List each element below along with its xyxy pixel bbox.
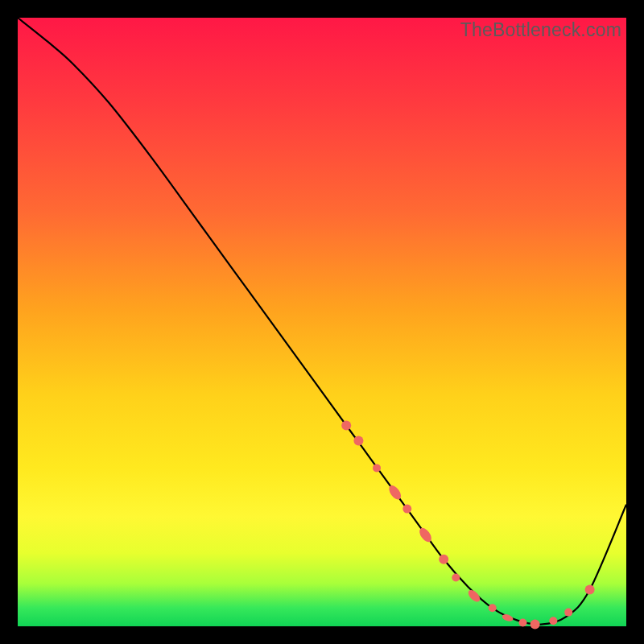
curve-marker	[353, 436, 363, 445]
curve-marker	[564, 609, 572, 617]
curve-marker	[530, 619, 540, 629]
curve-marker	[489, 604, 497, 612]
chart-frame: TheBottleneck.com	[0, 0, 644, 644]
curve-marker	[373, 464, 381, 472]
curve-marker	[549, 617, 557, 625]
curve-marker	[585, 585, 595, 595]
curve-marker	[386, 483, 403, 502]
curve-marker	[452, 574, 460, 582]
curve-line	[18, 18, 626, 625]
curve-marker	[466, 588, 482, 604]
curve-marker	[439, 555, 448, 564]
curve-marker	[519, 619, 527, 627]
curve-marker	[402, 505, 411, 514]
bottleneck-curve	[18, 18, 626, 626]
plot-area: TheBottleneck.com	[18, 18, 626, 626]
curve-marker	[341, 421, 351, 431]
curve-markers	[341, 421, 594, 630]
